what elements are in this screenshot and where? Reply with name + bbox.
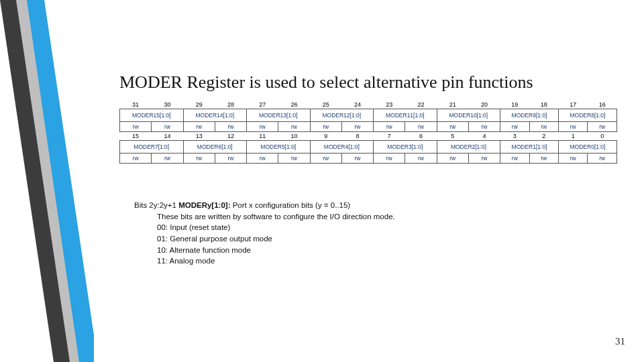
bit-num: 7 <box>374 132 405 141</box>
rw-cell: rw <box>588 122 617 132</box>
bit-num: 6 <box>405 132 437 141</box>
field-label: MODER9[1:0] <box>500 109 559 122</box>
bit-num: 1 <box>558 132 587 141</box>
bit-num: 28 <box>215 101 246 109</box>
field-label: MODER0[1:0] <box>558 141 616 154</box>
bit-num: 30 <box>152 101 183 109</box>
rw-cell: rw <box>405 154 437 164</box>
rw-cell: rw <box>374 122 405 132</box>
rw-cell: rw <box>215 154 246 164</box>
rw-cell: rw <box>152 122 183 132</box>
desc-l1-bold: MODERy[1:0]: <box>178 201 230 209</box>
rw-cell: rw <box>183 122 215 132</box>
bit-num: 26 <box>278 101 310 109</box>
rw-row-high: rw rw rw rw rw rw rw rw rw rw rw rw rw r… <box>120 122 617 132</box>
rw-cell: rw <box>468 122 500 132</box>
bit-num: 2 <box>529 132 558 141</box>
bit-num: 9 <box>310 132 341 141</box>
rw-cell: rw <box>247 154 278 164</box>
field-label: MODER12[1:0] <box>310 109 374 122</box>
rw-cell: rw <box>183 154 215 164</box>
left-accent <box>0 0 94 362</box>
rw-cell: rw <box>558 154 587 164</box>
field-label: MODER13[1:0] <box>247 109 311 122</box>
rw-cell: rw <box>341 154 373 164</box>
bit-num: 27 <box>247 101 278 109</box>
bit-num: 11 <box>247 132 278 141</box>
field-label: MODER10[1:0] <box>437 109 500 122</box>
field-label: MODER14[1:0] <box>183 109 247 122</box>
bit-num: 25 <box>310 101 341 109</box>
description-line2: These bits are written by software to co… <box>134 211 550 223</box>
bit-num: 0 <box>588 132 617 141</box>
bit-num: 24 <box>341 101 373 109</box>
desc-l1-suffix: Port x configuration bits (y = 0..15) <box>230 201 350 209</box>
field-label: MODER2[1:0] <box>437 141 500 154</box>
field-label: MODER11[1:0] <box>374 109 437 122</box>
rw-cell: rw <box>374 154 405 164</box>
bit-num: 14 <box>152 132 183 141</box>
rw-cell: rw <box>500 122 529 132</box>
rw-cell: rw <box>120 122 152 132</box>
rw-cell: rw <box>341 122 373 132</box>
bit-num: 29 <box>183 101 215 109</box>
bit-num: 31 <box>120 101 152 109</box>
description-block: Bits 2y:2y+1 MODERy[1:0]: Port x configu… <box>134 200 550 267</box>
rw-cell: rw <box>278 154 310 164</box>
field-label: MODER1[1:0] <box>500 141 559 154</box>
bit-num: 13 <box>183 132 215 141</box>
rw-cell: rw <box>437 122 468 132</box>
svg-marker-2 <box>27 0 94 362</box>
rw-cell: rw <box>405 122 437 132</box>
rw-cell: rw <box>500 154 529 164</box>
bit-num: 15 <box>120 132 152 141</box>
bit-num: 17 <box>558 101 587 109</box>
bit-num: 8 <box>341 132 373 141</box>
rw-cell: rw <box>529 122 558 132</box>
field-label: MODER7[1:0] <box>120 141 184 154</box>
svg-marker-0 <box>0 0 78 362</box>
field-label: MODER15[1:0] <box>120 109 184 122</box>
description-line3: 00: Input (reset state) <box>134 222 550 233</box>
register-table: 31 30 29 28 27 26 25 24 23 22 21 20 19 1… <box>119 101 617 164</box>
labels-row-high: MODER15[1:0] MODER14[1:0] MODER13[1:0] M… <box>120 109 617 122</box>
labels-row-low: MODER7[1:0] MODER6[1:0] MODER5[1:0] MODE… <box>120 141 617 154</box>
bit-num: 16 <box>588 101 617 109</box>
bits-row-high: 31 30 29 28 27 26 25 24 23 22 21 20 19 1… <box>120 101 617 109</box>
bit-num: 19 <box>500 101 529 109</box>
desc-l1-prefix: Bits 2y:2y+1 <box>134 201 178 209</box>
bit-num: 23 <box>374 101 405 109</box>
field-label: MODER4[1:0] <box>310 141 374 154</box>
rw-cell: rw <box>247 122 278 132</box>
description-line4: 01: General purpose output mode <box>134 233 550 245</box>
description-line6: 11: Analog mode <box>134 255 550 267</box>
bit-num: 12 <box>215 132 246 141</box>
page-number: 31 <box>615 336 625 347</box>
bit-num: 18 <box>529 101 558 109</box>
rw-cell: rw <box>468 154 500 164</box>
rw-cell: rw <box>278 122 310 132</box>
description-line1: Bits 2y:2y+1 MODERy[1:0]: Port x configu… <box>134 200 550 211</box>
register-bit-table: 31 30 29 28 27 26 25 24 23 22 21 20 19 1… <box>119 101 617 164</box>
bit-num: 3 <box>500 132 529 141</box>
rw-cell: rw <box>529 154 558 164</box>
rw-cell: rw <box>437 154 468 164</box>
bit-num: 22 <box>405 101 437 109</box>
bit-num: 5 <box>437 132 468 141</box>
rw-cell: rw <box>588 154 617 164</box>
bit-num: 20 <box>468 101 500 109</box>
rw-cell: rw <box>152 154 183 164</box>
bit-num: 21 <box>437 101 468 109</box>
slide-title: MODER Register is used to select alterna… <box>119 72 533 93</box>
field-label: MODER3[1:0] <box>374 141 437 154</box>
rw-row-low: rw rw rw rw rw rw rw rw rw rw rw rw rw r… <box>120 154 617 164</box>
slide: MODER Register is used to select alterna… <box>0 0 644 362</box>
svg-marker-1 <box>16 0 89 362</box>
bit-num: 4 <box>468 132 500 141</box>
bits-row-low: 15 14 13 12 11 10 9 8 7 6 5 4 3 2 1 0 <box>120 132 617 141</box>
rw-cell: rw <box>310 122 341 132</box>
rw-cell: rw <box>310 154 341 164</box>
description-line5: 10: Alternate function mode <box>134 245 550 256</box>
rw-cell: rw <box>558 122 587 132</box>
rw-cell: rw <box>120 154 152 164</box>
